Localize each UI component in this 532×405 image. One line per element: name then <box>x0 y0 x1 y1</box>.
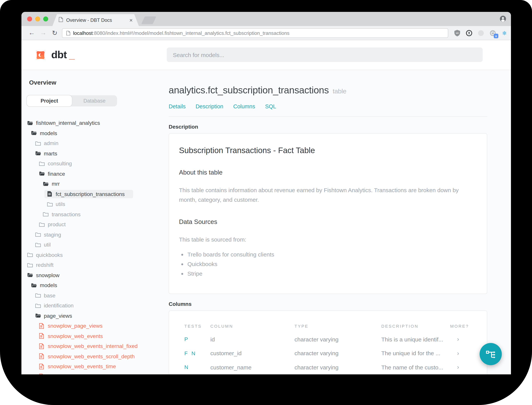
tree-folder-product[interactable]: product <box>21 219 168 230</box>
sources-intro: This table is sourced from: <box>179 235 475 244</box>
about-text: This table contains information about re… <box>179 185 475 204</box>
tree-file-snowplow_web_events_time[interactable]: snowplow_web_events_time <box>21 361 168 371</box>
nav-link-columns[interactable]: Columns <box>233 103 255 109</box>
column-header-more: MORE? <box>450 324 473 328</box>
forward-icon[interactable]: → <box>38 29 49 37</box>
sidebar-tab-database[interactable]: Database <box>72 95 117 106</box>
tree-item-label: util <box>44 242 51 248</box>
folder-closed-icon <box>27 263 33 268</box>
tree-item-label: transactions <box>52 211 80 217</box>
file-tree: fishtown_internal_analyticsmodelsadminma… <box>21 118 168 374</box>
web-content: dbt_ Overview ProjectDatabase fishtown_i… <box>21 40 511 374</box>
ublock-shield-icon[interactable]: uo <box>453 29 460 36</box>
tree-folder-models[interactable]: models <box>21 280 168 290</box>
folder-closed-icon <box>39 161 45 166</box>
reload-icon[interactable]: ↻ <box>49 29 60 37</box>
column-row-category[interactable]: Ncategorycharacter varyingThis column in… <box>184 374 487 374</box>
minimize-window-button[interactable] <box>35 16 40 21</box>
folder-open-icon <box>27 120 33 126</box>
address-bar[interactable]: localhost:8080/index.html#!/model/model.… <box>62 28 448 38</box>
profile-avatar-icon[interactable] <box>500 16 506 23</box>
cell-ctype: character varying <box>295 336 381 343</box>
column-row-customer_name[interactable]: Ncustomer_namecharacter varyingThe name … <box>184 360 487 374</box>
onepassword-keyhole-icon[interactable] <box>466 29 472 36</box>
tree-file-snowplow_web_events[interactable]: snowplow_web_events <box>21 331 168 341</box>
browser-toolbar: ← → ↻ localhost:8080/index.html#!/model/… <box>21 26 511 40</box>
zoom-window-button[interactable] <box>43 16 48 21</box>
sources-list: Trello boards for consulting clientsQuic… <box>179 251 475 277</box>
back-icon[interactable]: ← <box>26 29 38 37</box>
cell-cdesc: The unique id for the ... <box>381 350 450 357</box>
nav-link-description[interactable]: Description <box>196 103 223 109</box>
tree-folder-mrr[interactable]: mrr <box>21 179 168 189</box>
tree-folder-finance[interactable]: finance <box>21 169 168 179</box>
overview-heading: Overview <box>29 79 168 86</box>
tree-file-snowplow_web_page_context[interactable]: snowplow_web_page_context <box>21 371 168 374</box>
source-item: Trello boards for consulting clients <box>187 251 475 258</box>
expand-chevron-icon[interactable]: › <box>450 364 473 371</box>
tree-file-snowplow_web_events_scroll_depth[interactable]: snowplow_web_events_scroll_depth <box>21 351 168 361</box>
tree-item-label: admin <box>44 140 58 146</box>
cell-cname: customer_id <box>210 350 295 357</box>
snowflake-icon[interactable]: ❄ <box>501 29 508 36</box>
column-row-customer_id[interactable]: F Ncustomer_idcharacter varyingThe uniqu… <box>184 346 487 360</box>
extension-badge: x <box>494 34 498 38</box>
screenshot-frame: Overview - DBT Docs × ← → ↻ localhost:80… <box>0 0 532 405</box>
tree-item-label: snowplow_web_events_time <box>48 364 116 370</box>
disabled-extension-icon[interactable] <box>477 29 484 36</box>
folder-open-icon <box>43 181 49 187</box>
svg-text:uo: uo <box>456 31 458 34</box>
tree-folder-redshift[interactable]: redshift <box>21 260 168 270</box>
description-section-label: Description <box>169 124 487 130</box>
sidebar-tab-project[interactable]: Project <box>27 95 72 106</box>
tree-folder-marts[interactable]: marts <box>21 148 168 158</box>
page-favicon-icon <box>59 17 63 24</box>
tree-file-snowplow_web_events_internal_fixed[interactable]: snowplow_web_events_internal_fixed <box>21 341 168 351</box>
expand-chevron-icon[interactable]: › <box>450 350 473 357</box>
nav-link-details[interactable]: Details <box>169 103 186 109</box>
tree-folder-admin[interactable]: admin <box>21 138 168 148</box>
tree-folder-models[interactable]: models <box>21 128 168 138</box>
tree-folder-identification[interactable]: identification <box>21 301 168 311</box>
close-window-button[interactable] <box>27 16 32 21</box>
nav-link-sql[interactable]: SQL <box>265 103 276 109</box>
tree-folder-util[interactable]: util <box>21 240 168 250</box>
sources-heading: Data Sources <box>179 218 475 225</box>
folder-open-icon <box>31 283 37 288</box>
tree-item-label: snowplow <box>36 272 59 278</box>
dbt-logo[interactable]: dbt_ <box>34 40 75 70</box>
tree-folder-base[interactable]: base <box>21 290 168 301</box>
tree-folder-quickbooks[interactable]: quickbooks <box>21 250 168 260</box>
folder-closed-icon <box>35 303 41 308</box>
tree-file-snowplow_page_views[interactable]: snowplow_page_views <box>21 321 168 331</box>
new-tab-button[interactable] <box>141 16 157 24</box>
tab-title: Overview - DBT Docs <box>66 17 126 23</box>
expand-chevron-icon[interactable]: › <box>450 336 473 343</box>
lineage-graph-button[interactable] <box>479 343 502 365</box>
source-item: Quickbooks <box>187 261 475 267</box>
columns-table-body: Pidcharacter varyingThis is a unique ide… <box>184 332 487 374</box>
folder-closed-icon <box>35 293 41 298</box>
cell-cname: id <box>210 336 295 343</box>
tree-file-fct_subscription_transactions[interactable]: fct_subscription_transactions <box>21 189 168 199</box>
tree-folder-utils[interactable]: utils <box>21 199 168 209</box>
column-row-id[interactable]: Pidcharacter varyingThis is a unique ide… <box>184 332 487 346</box>
power-extension-icon[interactable]: x <box>489 29 496 36</box>
tree-item-label: redshift <box>36 262 53 268</box>
tree-folder-page_views[interactable]: page_views <box>21 311 168 321</box>
tree-item-label: fct_subscription_transactions <box>56 191 125 197</box>
folder-closed-icon <box>35 242 41 248</box>
divider <box>169 116 487 117</box>
tree-folder-staging[interactable]: staging <box>21 230 168 240</box>
tab-close-icon[interactable]: × <box>129 17 133 23</box>
browser-tab[interactable]: Overview - DBT Docs × <box>53 14 139 26</box>
search-input[interactable] <box>167 47 483 62</box>
tree-folder-transactions[interactable]: transactions <box>21 209 168 219</box>
document-icon <box>66 30 70 35</box>
materialization-badge: table <box>333 88 347 95</box>
tree-folder-consulting[interactable]: consulting <box>21 158 168 169</box>
tree-item-label: identification <box>44 303 74 309</box>
tree-folder-fishtown_internal_analytics[interactable]: fishtown_internal_analytics <box>21 118 168 128</box>
column-header-description: DESCRIPTION <box>381 324 450 328</box>
tree-folder-snowplow[interactable]: snowplow <box>21 270 168 280</box>
